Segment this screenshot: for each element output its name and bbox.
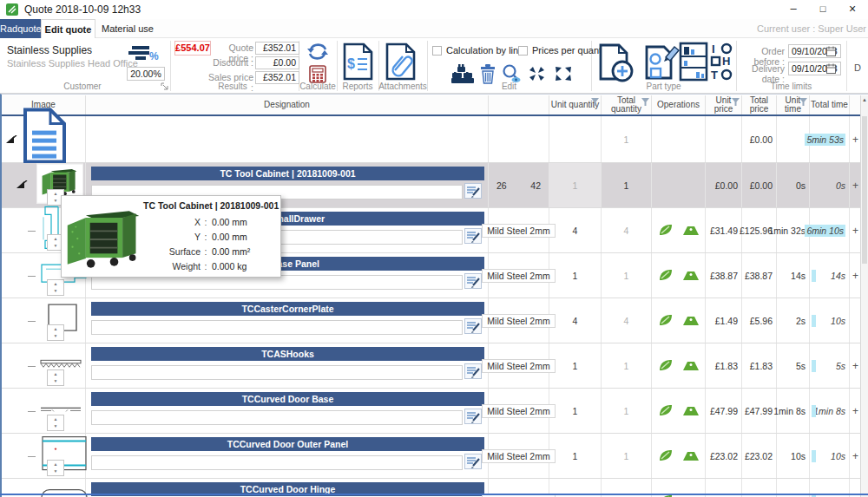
tab-radquote[interactable]: Radquote [0,19,41,38]
calculation-by-line-checkbox[interactable] [432,46,442,56]
edit-part-icon[interactable] [640,42,681,87]
edit-note-button[interactable] [464,409,482,426]
quote-row[interactable]: 1£0.005min 53s+ [2,116,862,163]
header-designation[interactable]: Designation [86,95,489,114]
header-unit-time[interactable]: Unit time [777,95,810,114]
edit-note-button[interactable] [464,363,482,381]
header-unit-quantity[interactable]: Unit quantity [549,95,602,114]
material-field[interactable]: Mild Steel 2mm [482,404,555,418]
unit-quantity-value[interactable]: 1 [573,361,578,371]
unit-quantity-value[interactable]: 1 [573,451,578,461]
stepper-down-icon[interactable]: ▼ [54,288,58,295]
bend-operation-icon[interactable] [682,359,700,373]
calendar-icon[interactable] [826,63,836,75]
calculation-by-line-label[interactable]: Calculation by line [446,45,523,56]
close-icon[interactable]: × [838,0,866,19]
assembly-shelf-icon[interactable] [679,42,708,83]
stepper-up-icon[interactable]: ▲ [54,281,58,288]
add-row-button[interactable]: + [852,180,858,192]
stepper-down-icon[interactable]: ▼ [54,468,58,475]
stepper-up-icon[interactable]: ▲ [54,236,58,243]
part-row[interactable]: ▲▼TCCurved Door BaseMild Steel 2mm11£47.… [2,389,862,434]
edit-note-button[interactable] [464,454,482,471]
stepper-down-icon[interactable]: ▼ [54,243,58,250]
header-operations[interactable]: Operations [652,95,706,114]
quantity-stepper[interactable]: ▲▼ [47,369,64,386]
material-field[interactable]: Mild Steel 2mm [482,359,555,373]
quantity-stepper[interactable]: ▲▼ [47,279,64,296]
edit-note-button[interactable] [464,273,482,291]
scroll-up-icon[interactable]: ▲ [861,97,868,102]
quote-price-field[interactable]: £352.01 [255,42,299,55]
tab-edit-quote[interactable]: Edit quote [41,19,95,38]
bend-operation-icon[interactable] [682,224,700,238]
discount-rate-field[interactable]: 20.00% [127,67,165,81]
part-description-input[interactable] [91,320,463,335]
bend-operation-icon[interactable] [682,404,700,418]
stepper-up-icon[interactable]: ▲ [54,416,58,423]
add-row-button[interactable]: + [852,405,858,417]
title-bar[interactable]: Quote 2018-10-09 12h33 – □ × [0,0,868,19]
quantity-stepper[interactable]: ▲▼ [47,460,64,476]
filter-icon[interactable] [732,98,740,108]
header-unit-price[interactable]: Unit price [706,95,742,114]
stepper-up-icon[interactable]: ▲ [54,461,58,468]
quote-document-thumbnail[interactable] [21,107,69,166]
add-part-icon[interactable] [595,43,635,86]
header-total-quantity[interactable]: Total quantity [602,95,652,114]
material-field[interactable]: Mild Steel 2mm [482,449,555,463]
edit-note-button[interactable] [464,318,482,336]
punch-operation-icon[interactable] [658,448,674,464]
add-row-button[interactable]: + [852,134,858,146]
part-row[interactable]: ▲▼TCASHooksMild Steel 2mm11£1.83£1.835s5… [2,343,862,389]
stepper-down-icon[interactable]: ▼ [54,333,58,340]
add-row-button[interactable]: + [852,225,858,237]
stepper-down-icon[interactable]: ▼ [54,198,58,205]
add-row-button[interactable]: + [852,360,858,372]
edit-note-button[interactable] [464,228,482,245]
part-row[interactable]: ▲▼TCCurved Door Outer PanelMild Steel 2m… [2,434,862,479]
attachments-icon[interactable] [384,42,420,83]
punch-operation-icon[interactable] [658,403,674,419]
discount-field[interactable]: £0.00 [255,56,299,69]
bend-operation-icon[interactable] [682,314,700,328]
maximize-icon[interactable]: □ [809,0,837,19]
material-field[interactable]: Mild Steel 2mm [482,314,555,328]
quantity-stepper[interactable]: ▲▼ [47,324,64,341]
part-description-input[interactable] [91,455,463,470]
header-total-price[interactable]: Total price [742,95,777,114]
stepper-up-icon[interactable]: ▲ [54,371,58,378]
filter-icon[interactable] [799,98,807,108]
bend-operation-icon[interactable] [682,269,700,283]
header-material[interactable] [489,95,549,114]
profiles-icon[interactable]: IHT [710,42,734,83]
unit-quantity-value[interactable]: 1 [573,180,578,191]
calendar-icon[interactable] [826,46,836,58]
edit-note-button[interactable] [464,183,482,200]
punch-operation-icon[interactable] [658,358,674,374]
bend-operation-icon[interactable] [682,449,700,463]
stepper-down-icon[interactable]: ▼ [54,378,58,385]
stepper-up-icon[interactable]: ▲ [54,326,58,333]
prices-per-quantities-checkbox[interactable] [518,46,528,56]
refresh-icon[interactable] [306,41,330,65]
header-total-time[interactable]: Total time [810,95,850,114]
punch-operation-icon[interactable] [658,268,674,284]
collapse-arrow-icon[interactable] [16,180,28,191]
quantity-stepper[interactable]: ▲▼ [47,415,64,431]
part-description-input[interactable] [91,365,463,380]
punch-operation-icon[interactable] [658,223,674,239]
filter-icon[interactable] [641,98,649,108]
stepper-up-icon[interactable]: ▲ [54,191,58,198]
minimize-icon[interactable]: – [779,0,807,19]
part-description-input[interactable] [91,410,463,425]
material-field[interactable]: Mild Steel 2mm [482,224,555,238]
collapse-arrow-icon[interactable] [5,135,17,146]
scrollbar-thumb[interactable] [862,116,867,264]
customer-dialog-launcher-icon[interactable] [161,82,168,92]
add-row-button[interactable]: + [852,270,858,282]
add-row-button[interactable]: + [852,450,858,462]
filter-icon[interactable] [591,98,599,108]
unit-quantity-value[interactable]: 4 [573,226,578,236]
part-row[interactable]: ▲▼TCCasterCornerPlateMild Steel 2mm44£1.… [2,298,862,343]
